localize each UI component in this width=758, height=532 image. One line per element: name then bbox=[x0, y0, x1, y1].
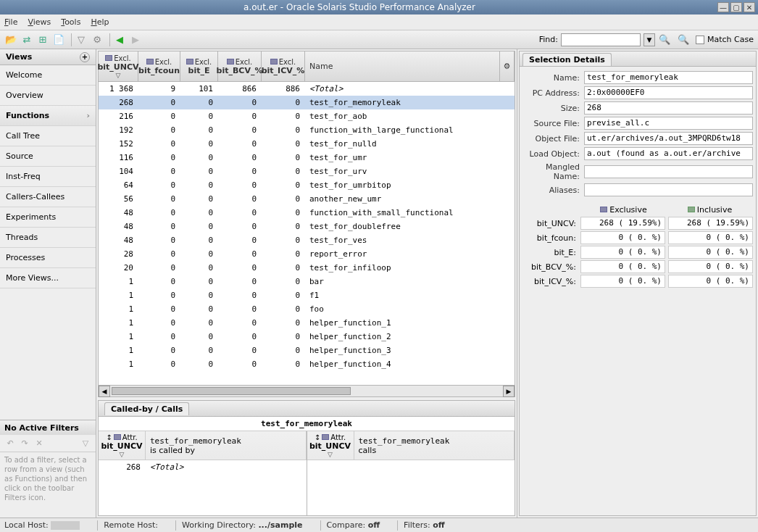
scroll-thumb[interactable] bbox=[112, 387, 351, 395]
table-header: Excl.bit_UNCV▽ Excl.bit_fcoun Excl.bit_E… bbox=[99, 51, 515, 82]
chevron-right-icon: › bbox=[86, 111, 90, 120]
find-next-icon[interactable]: 🔍 bbox=[658, 33, 671, 46]
column-settings-icon[interactable]: ⚙ bbox=[500, 51, 515, 81]
find-input[interactable] bbox=[561, 33, 641, 46]
table-row[interactable]: 1 3689101866886<Total> bbox=[99, 82, 515, 96]
sidebar-item-callers-callees[interactable]: Callers-Callees bbox=[0, 187, 96, 207]
table-row[interactable]: 480000test_for_doublefree bbox=[99, 220, 515, 233]
detail-size: Size:268 bbox=[522, 101, 753, 115]
table-row[interactable]: 1040000test_for_urv bbox=[99, 165, 515, 178]
sort-desc-icon: ▽ bbox=[116, 72, 121, 79]
table-row[interactable]: 1920000function_with_large_functional bbox=[99, 123, 515, 137]
column-bit_E[interactable]: Excl.bit_E bbox=[180, 51, 218, 81]
minimize-button[interactable]: — bbox=[717, 2, 729, 12]
calls-list[interactable] bbox=[307, 460, 515, 515]
detail-source-file: Source File:previse_all.c bbox=[522, 117, 753, 130]
metric-icon bbox=[114, 434, 121, 440]
calledby-value: 268 bbox=[99, 462, 146, 472]
sidebar-item-call-tree[interactable]: Call Tree bbox=[0, 126, 96, 146]
metric-row: bit_UNCV:268 ( 19.59%)268 ( 19.59%) bbox=[522, 217, 753, 230]
sort-icon: ▽ bbox=[328, 451, 333, 458]
back-icon[interactable]: ◀ bbox=[113, 33, 126, 46]
sidebar-item-inst-freq[interactable]: Inst-Freq bbox=[0, 167, 96, 187]
horizontal-scrollbar[interactable]: ◀ ▶ bbox=[99, 385, 515, 396]
table-row[interactable]: 280000report_error bbox=[99, 247, 515, 261]
table-row[interactable]: 10000helper_function_2 bbox=[99, 330, 515, 344]
detail-pc-address: PC Address:2:0x00000EF0 bbox=[522, 86, 753, 99]
calledby-function-name: test_for_memoryleak bbox=[99, 417, 515, 431]
open-icon[interactable]: 📂 bbox=[4, 33, 17, 46]
sidebar-item-welcome[interactable]: Welcome bbox=[0, 65, 96, 86]
close-button[interactable]: ✕ bbox=[744, 2, 755, 12]
column-bit_ICV_%[interactable]: Excl.bit_ICV_% bbox=[262, 51, 305, 81]
table-row[interactable]: 10000f1 bbox=[99, 288, 515, 302]
statusbar: Local Host: Remote Host: Working Directo… bbox=[0, 518, 758, 532]
table-row[interactable]: 10000bar bbox=[99, 275, 515, 288]
table-row[interactable]: 10000helper_function_4 bbox=[99, 357, 515, 371]
compare-value: off bbox=[368, 520, 380, 530]
menu-tools[interactable]: Tools bbox=[61, 17, 80, 27]
inclusive-label: Inclusive bbox=[697, 205, 732, 215]
find-prev-icon[interactable]: 🔍 bbox=[677, 33, 690, 46]
table-row[interactable]: 2680000test_for_memoryleak bbox=[99, 96, 515, 109]
column-name[interactable]: Name bbox=[305, 51, 500, 81]
filter-icon[interactable]: ▽ bbox=[75, 33, 88, 46]
sidebar-item-more-views-[interactable]: More Views... bbox=[0, 268, 96, 288]
matchcase-label: Match Case bbox=[707, 35, 754, 44]
table-row[interactable]: 480000function_with_small_functional bbox=[99, 206, 515, 220]
matchcase-checkbox[interactable] bbox=[696, 36, 704, 44]
scroll-left-icon[interactable]: ◀ bbox=[99, 386, 110, 397]
add-view-icon[interactable]: + bbox=[80, 52, 90, 62]
menu-views[interactable]: Views bbox=[28, 17, 51, 27]
table-row[interactable]: 640000test_for_umrbitop bbox=[99, 178, 515, 192]
menu-file[interactable]: File bbox=[4, 17, 17, 27]
sidebar-item-processes[interactable]: Processes bbox=[0, 248, 96, 268]
table-row[interactable]: 2160000test_for_aob bbox=[99, 109, 515, 123]
tab-calledby-calls[interactable]: Called-by / Calls bbox=[104, 402, 189, 415]
tab-selection-details[interactable]: Selection Details bbox=[522, 53, 612, 66]
detail-load-object: Load Object:a.out (found as a.out.er/arc… bbox=[522, 147, 753, 160]
table-row[interactable]: 560000another_new_umr bbox=[99, 192, 515, 206]
filter-hint: To add a filter, select a row from a vie… bbox=[0, 452, 96, 518]
export-icon[interactable]: 📄 bbox=[52, 33, 65, 46]
sidebar-item-source[interactable]: Source bbox=[0, 146, 96, 167]
filter-icon[interactable]: ▽ bbox=[80, 438, 91, 449]
aggregate-icon[interactable]: ⊞ bbox=[36, 33, 49, 46]
sidebar-item-threads[interactable]: Threads bbox=[0, 228, 96, 248]
compare-icon[interactable]: ⇄ bbox=[20, 33, 33, 46]
views-header: Views + bbox=[0, 49, 96, 65]
undo-filter-icon[interactable]: ↶ bbox=[4, 438, 16, 449]
column-bit_BCV_%[interactable]: Excl.bit_BCV_% bbox=[218, 51, 262, 81]
metric-row: bit_BCV_%:0 ( 0. %)0 ( 0. %) bbox=[522, 260, 753, 273]
table-row[interactable]: 1160000test_for_umr bbox=[99, 151, 515, 165]
column-bit_fcoun[interactable]: Excl.bit_fcoun bbox=[138, 51, 180, 81]
find-dropdown-icon[interactable]: ▼ bbox=[644, 33, 655, 46]
remove-filter-icon[interactable]: ✕ bbox=[33, 438, 45, 449]
find-group: Find: ▼ 🔍 🔍 Match Case bbox=[539, 33, 754, 46]
calledby-name: <Total> bbox=[146, 462, 307, 472]
calledby-list[interactable]: 268 <Total> bbox=[99, 460, 307, 515]
menu-help[interactable]: Help bbox=[91, 17, 109, 27]
table-row[interactable]: 10000helper_function_1 bbox=[99, 316, 515, 330]
sidebar-item-functions[interactable]: Functions› bbox=[0, 106, 96, 126]
filter-section: No Active Filters ↶ ↷ ✕ ▽ To add a filte… bbox=[0, 420, 96, 518]
table-row[interactable]: 480000test_for_ves bbox=[99, 233, 515, 247]
sidebar-item-experiments[interactable]: Experiments bbox=[0, 207, 96, 228]
table-row[interactable]: 1520000test_for_nulld bbox=[99, 137, 515, 151]
maximize-button[interactable]: ▢ bbox=[730, 2, 742, 12]
compare-label: Compare: bbox=[327, 520, 366, 530]
metric-icon bbox=[270, 59, 278, 65]
table-row[interactable]: 10000foo bbox=[99, 302, 515, 316]
sidebar-item-overview[interactable]: Overview bbox=[0, 86, 96, 106]
table-row[interactable]: 200000test_for_infiloop bbox=[99, 261, 515, 275]
metric-icon bbox=[322, 434, 329, 440]
settings-icon[interactable]: ⚙ bbox=[91, 33, 104, 46]
detail-mangled-name: Mangled Name: bbox=[522, 162, 753, 181]
forward-icon[interactable]: ▶ bbox=[129, 33, 142, 46]
table-body[interactable]: 1 3689101866886<Total>2680000test_for_me… bbox=[99, 82, 515, 385]
scroll-right-icon[interactable]: ▶ bbox=[503, 386, 515, 397]
redo-filter-icon[interactable]: ↷ bbox=[19, 438, 30, 449]
detail-name: Name:test_for_memoryleak bbox=[522, 71, 753, 84]
column-bit_UNCV[interactable]: Excl.bit_UNCV▽ bbox=[99, 51, 138, 81]
table-row[interactable]: 10000helper_function_3 bbox=[99, 344, 515, 357]
